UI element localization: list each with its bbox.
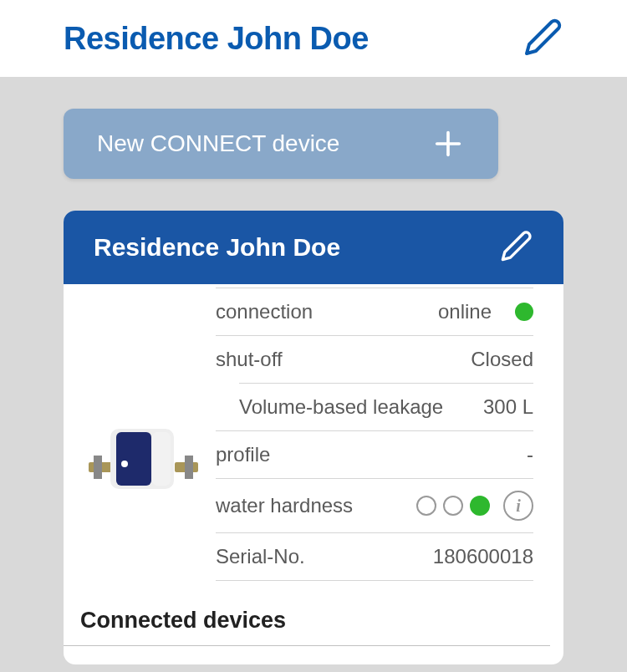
- detail-label: Volume-based leakage: [239, 395, 443, 419]
- detail-row-shutoff: shut-off Closed: [216, 335, 533, 383]
- detail-label: profile: [216, 443, 270, 466]
- device-card-body: connection online shut-off Closed Volume…: [64, 284, 563, 601]
- detail-value: 300 L: [483, 395, 533, 419]
- svg-rect-7: [116, 432, 151, 486]
- detail-row-connection: connection online: [216, 288, 533, 335]
- status-dot-icon: [515, 303, 533, 321]
- edit-card-button[interactable]: [500, 229, 533, 266]
- detail-row-serial: Serial-No. 180600018: [216, 532, 533, 581]
- connected-devices-heading: Connected devices: [64, 601, 550, 646]
- info-icon: i: [516, 496, 521, 516]
- page-title: Residence John Doe: [64, 21, 369, 57]
- edit-title-button[interactable]: [523, 17, 563, 60]
- detail-value: 180600018: [433, 545, 533, 568]
- svg-rect-8: [152, 432, 171, 486]
- detail-label: connection: [216, 300, 313, 323]
- page-header: Residence John Doe: [0, 0, 627, 77]
- detail-label: water hardness: [216, 494, 353, 517]
- hardness-indicator: i: [416, 491, 533, 521]
- pencil-icon: [523, 17, 563, 57]
- device-card: Residence John Doe: [64, 211, 563, 664]
- hardness-dot-filled-icon: [470, 496, 490, 516]
- content-area: New CONNECT device Residence John Doe: [0, 77, 627, 672]
- device-card-title: Residence John Doe: [94, 233, 340, 262]
- detail-label: Serial-No.: [216, 545, 305, 568]
- svg-point-9: [121, 461, 128, 467]
- hardness-dot-empty-icon: [416, 496, 436, 516]
- detail-value: -: [527, 443, 533, 466]
- detail-row-hardness: water hardness i: [216, 478, 533, 532]
- detail-value: online: [438, 300, 533, 323]
- device-illustration: [87, 422, 200, 506]
- detail-label: shut-off: [216, 348, 283, 371]
- device-card-header: Residence John Doe: [64, 211, 563, 284]
- pencil-icon: [500, 229, 533, 262]
- new-device-label: New CONNECT device: [97, 130, 339, 157]
- new-connect-device-button[interactable]: New CONNECT device: [64, 109, 498, 179]
- detail-value: Closed: [471, 348, 533, 371]
- plus-icon: [431, 127, 465, 160]
- svg-rect-3: [94, 456, 102, 479]
- detail-row-profile: profile -: [216, 430, 533, 478]
- hardness-dot-empty-icon: [443, 496, 463, 516]
- detail-row-leakage: Volume-based leakage 300 L: [239, 383, 533, 430]
- device-image: [80, 288, 206, 581]
- device-details: connection online shut-off Closed Volume…: [216, 288, 533, 581]
- connection-status-text: online: [438, 300, 492, 323]
- hardness-info-button[interactable]: i: [503, 491, 533, 521]
- svg-rect-5: [185, 456, 193, 479]
